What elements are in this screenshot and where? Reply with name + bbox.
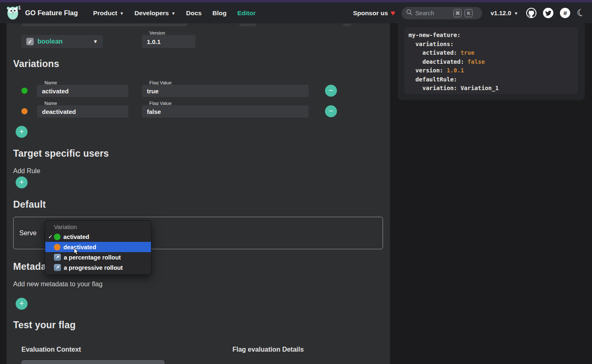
- check-icon: ✓: [47, 234, 53, 240]
- nav-item-docs[interactable]: Docs: [181, 9, 207, 17]
- brand-title: GO Feature Flag: [25, 9, 78, 17]
- rollout-arrow-icon: ↗: [54, 264, 61, 271]
- targeting-heading: Target specific users: [13, 148, 109, 159]
- search-box[interactable]: ⌘ K: [402, 7, 482, 19]
- version-dropdown[interactable]: v1.12.0 ▼: [490, 9, 518, 16]
- kbd-k-key: K: [464, 9, 473, 17]
- variation-name-input[interactable]: [37, 85, 128, 97]
- menu-header: Variation: [45, 222, 151, 232]
- version-label: v1.12.0: [490, 9, 511, 16]
- menu-item-label: deactivated: [63, 244, 96, 250]
- nav-item-product[interactable]: Product ▼: [88, 9, 129, 17]
- chevron-down-icon: ▼: [120, 11, 124, 16]
- add-rule-button[interactable]: +: [16, 176, 28, 188]
- flag-type-value: boolean: [37, 38, 89, 45]
- variation-value-input[interactable]: [142, 85, 309, 97]
- cutoff-field-fragment: [343, 23, 351, 26]
- checkbox-icon: ✓: [26, 38, 34, 45]
- cutoff-field-fragment: [22, 23, 188, 26]
- yaml-line: variation: Variation_1: [409, 84, 574, 93]
- variation-dropdown-menu: Variation ✓ activated deactivated ↗ a pe…: [45, 220, 151, 275]
- add-variation-button[interactable]: +: [16, 126, 28, 138]
- green-dot-icon: [54, 234, 60, 240]
- add-rule-label: Add Rule: [13, 167, 40, 175]
- nav-item-docs-label: Docs: [186, 9, 202, 17]
- menu-item-label: a progressive rollout: [64, 264, 123, 271]
- yaml-line: my-new-feature:: [409, 31, 574, 40]
- rollout-arrow-icon: ↗: [54, 254, 61, 261]
- page: 1 GO Feature Flag Product ▼ Developers ▼…: [0, 0, 592, 364]
- menu-item-percentage-rollout[interactable]: ↗ a percentage rollout: [45, 252, 151, 262]
- metadata-subtitle: Add new metadata to your flag: [13, 281, 102, 288]
- yaml-line: activated: true: [409, 49, 574, 58]
- yaml-line: variations:: [409, 40, 574, 49]
- github-icon[interactable]: [526, 8, 536, 18]
- dark-mode-toggle-icon[interactable]: ☾: [576, 7, 586, 19]
- search-icon: [406, 9, 412, 17]
- evaluation-context-label: Evaluation Context: [21, 346, 81, 353]
- editor-main-column: ✓ boolean ▼ Version Variations Name Flag…: [7, 23, 390, 364]
- default-heading: Default: [13, 199, 46, 210]
- remove-variation-button[interactable]: −: [325, 105, 337, 117]
- flag-evaluation-details-label: Flag evaluation Details: [232, 346, 304, 353]
- serve-label: Serve: [19, 230, 37, 237]
- yaml-preview-panel: my-new-feature: variations: activated: t…: [398, 23, 585, 100]
- sponsor-label: Sponsor us: [353, 9, 388, 17]
- search-input[interactable]: [415, 10, 450, 16]
- variation-name-input[interactable]: [37, 105, 128, 118]
- svg-text:1: 1: [18, 5, 21, 11]
- chevron-down-icon: ▼: [514, 11, 518, 16]
- navbar: 1 GO Feature Flag Product ▼ Developers ▼…: [0, 2, 592, 23]
- flag-type-select[interactable]: ✓ boolean ▼: [21, 35, 103, 48]
- remove-variation-button[interactable]: −: [325, 85, 337, 97]
- nav-item-blog-label: Blog: [212, 9, 226, 17]
- orange-dot-icon: [54, 244, 60, 250]
- mouse-cursor: [74, 248, 79, 257]
- nav-item-editor-label: Editor: [237, 9, 256, 17]
- variation-value-input[interactable]: [142, 105, 309, 118]
- nav-item-product-label: Product: [93, 9, 117, 17]
- menu-item-label: activated: [63, 234, 89, 240]
- yaml-line: deactivated: false: [409, 58, 574, 67]
- yaml-code-block: my-new-feature: variations: activated: t…: [404, 27, 578, 94]
- nav-item-developers[interactable]: Developers ▼: [129, 9, 181, 17]
- nav-item-blog[interactable]: Blog: [207, 9, 232, 17]
- menu-item-label: a percentage rollout: [64, 254, 121, 261]
- version-input[interactable]: [142, 35, 195, 48]
- menu-item-activated[interactable]: ✓ activated: [45, 232, 151, 242]
- sponsor-link[interactable]: Sponsor us ♥: [353, 9, 395, 17]
- test-flag-heading: Test your flag: [13, 320, 76, 331]
- brand[interactable]: 1 GO Feature Flag: [7, 5, 78, 22]
- hash-glyph: #: [564, 9, 567, 16]
- evaluation-context-editor[interactable]: [21, 360, 165, 364]
- menu-item-deactivated[interactable]: deactivated: [45, 242, 151, 252]
- kbd-command-key: ⌘: [453, 9, 462, 17]
- add-metadata-button[interactable]: +: [16, 298, 28, 310]
- heart-icon: ♥: [390, 9, 395, 17]
- gopher-logo-icon: 1: [7, 5, 21, 22]
- navbar-right: Sponsor us ♥ ⌘ K v1.12.0 ▼: [353, 7, 585, 19]
- menu-item-progressive-rollout[interactable]: ↗ a progressive rollout: [45, 262, 151, 273]
- yaml-line: defaultRule:: [409, 75, 574, 84]
- variation-color-dot: [21, 88, 28, 94]
- variation-color-dot: [21, 108, 28, 114]
- cutoff-field-fragment: [239, 23, 256, 26]
- nav-item-developers-label: Developers: [135, 9, 169, 17]
- variations-heading: Variations: [13, 58, 59, 70]
- slack-icon[interactable]: #: [560, 8, 570, 18]
- twitter-icon[interactable]: [543, 8, 553, 18]
- chevron-down-icon: ▼: [93, 39, 98, 44]
- yaml-line: version: 1.0.1: [409, 66, 574, 75]
- nav-item-editor[interactable]: Editor: [232, 9, 261, 17]
- chevron-down-icon: ▼: [171, 11, 175, 16]
